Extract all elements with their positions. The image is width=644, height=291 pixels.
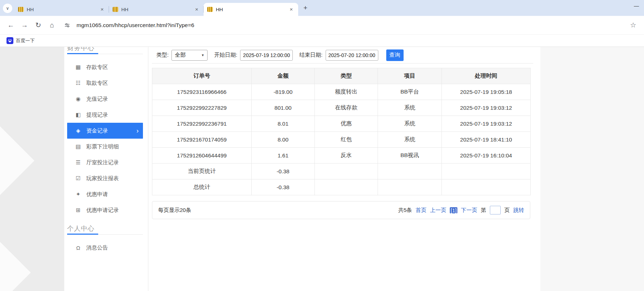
query-button[interactable]: 查询 bbox=[386, 49, 404, 61]
table-cell: 当前页统计 bbox=[152, 164, 252, 179]
table-row: 当前页统计-0.38 bbox=[152, 164, 531, 179]
current-page-indicator: [1] bbox=[450, 207, 457, 213]
table-cell: 2025-07-19 19:03:12 bbox=[442, 100, 531, 116]
jump-label-post: 页 bbox=[504, 207, 510, 214]
home-button[interactable]: ⌂ bbox=[46, 19, 58, 31]
table-cell: 8.01 bbox=[252, 116, 315, 132]
column-header: 类型 bbox=[315, 68, 378, 84]
tab-1[interactable]: HH × bbox=[14, 3, 109, 16]
table-cell: 1752921670174059 bbox=[152, 132, 252, 148]
sidebar-item-hall-bets[interactable]: ☰厅室投注记录 bbox=[67, 155, 143, 170]
site-info-icon[interactable] bbox=[62, 20, 72, 30]
url-address[interactable]: mgm1065.com/hhcp/usercenter.html?iniType… bbox=[77, 22, 194, 29]
sidebar-item-withdraw-zone[interactable]: ☷取款专区 bbox=[67, 75, 143, 91]
table-cell: 系统 bbox=[378, 100, 442, 116]
table-body: 1752923116966466-819.00额度转出BB平台2025-07-1… bbox=[152, 84, 531, 195]
sidebar-item-withdraw-records[interactable]: ◧提现记录 bbox=[67, 107, 143, 123]
table-cell bbox=[442, 179, 531, 195]
tab-title: HH bbox=[121, 7, 191, 12]
start-date-input[interactable] bbox=[240, 50, 293, 61]
site-favicon bbox=[18, 7, 24, 12]
table-cell: BB平台 bbox=[378, 84, 442, 100]
column-header: 订单号 bbox=[152, 68, 252, 84]
prev-page-link[interactable]: 上一页 bbox=[430, 207, 446, 214]
select-arrow-icon: ▼ bbox=[201, 53, 204, 57]
per-page-label: 每页显示20条 bbox=[158, 207, 191, 214]
site-favicon bbox=[113, 7, 118, 12]
forward-button[interactable]: → bbox=[19, 19, 30, 31]
table-cell: -819.00 bbox=[252, 84, 315, 100]
jump-label-pre: 第 bbox=[481, 207, 486, 214]
sidebar: 财务中心▦存款专区☷取款专区◉充值记录◧提现记录◈资金记录›▤彩票下注明细☰厅室… bbox=[64, 47, 148, 291]
webpage: 财务中心▦存款专区☷取款专区◉充值记录◧提现记录◈资金记录›▤彩票下注明细☰厅室… bbox=[0, 47, 644, 291]
table-cell: 系统 bbox=[378, 132, 442, 148]
jump-button[interactable]: 跳转 bbox=[513, 207, 524, 214]
bookmark-label: 百度一下 bbox=[16, 38, 35, 44]
sidebar-item-player-report[interactable]: ☑玩家投注报表 bbox=[67, 170, 143, 186]
page-background-right bbox=[540, 47, 644, 291]
sidebar-item-promo-apply[interactable]: ✦优惠申请 bbox=[67, 186, 143, 202]
main-content: 类型: 全部 ▼ 开始日期: 结束日期: 查询 bbox=[148, 47, 540, 291]
table-header-row: 订单号金额类型项目处理时间 bbox=[152, 68, 531, 84]
tab-title: HH bbox=[27, 7, 96, 12]
table-cell bbox=[442, 164, 531, 179]
table-cell: 在线存款 bbox=[315, 100, 378, 116]
sidebar-item-promo-records[interactable]: ⊞优惠申请记录 bbox=[67, 202, 143, 218]
sidebar-item-lottery-bets[interactable]: ▤彩票下注明细 bbox=[67, 139, 143, 155]
page-background-left bbox=[0, 47, 64, 291]
bookmark-baidu[interactable]: 百度一下 bbox=[4, 36, 37, 45]
navigation-bar: ← → ↻ ⌂ mgm1065.com/hhcp/usercenter.html… bbox=[0, 16, 644, 35]
table-cell bbox=[315, 164, 378, 179]
table-cell: 1752922992227829 bbox=[152, 100, 252, 116]
sidebar-item-deposit-zone[interactable]: ▦存款专区 bbox=[67, 59, 143, 75]
card-icon: ▦ bbox=[75, 64, 81, 70]
table-row: 17529126046444991.61反水BB视讯2025-07-19 16:… bbox=[152, 148, 531, 164]
end-date-input[interactable] bbox=[326, 50, 378, 61]
table-cell: 系统 bbox=[378, 116, 442, 132]
table-cell: 反水 bbox=[315, 148, 378, 164]
section-underline bbox=[67, 234, 98, 235]
chevron-right-icon: › bbox=[136, 127, 143, 135]
tab-close-icon[interactable]: × bbox=[288, 6, 295, 13]
table-row: 1752922992227829801.00在线存款系统2025-07-19 1… bbox=[152, 100, 531, 116]
sidebar-item-fund-records[interactable]: ◈资金记录› bbox=[67, 123, 143, 139]
table-cell bbox=[378, 179, 442, 195]
sidebar-item-messages[interactable]: Ω消息公告 bbox=[67, 240, 143, 256]
table-cell: BB视讯 bbox=[378, 148, 442, 164]
table-cell bbox=[378, 164, 442, 179]
table-cell: -0.38 bbox=[252, 164, 315, 179]
type-select[interactable]: 全部 ▼ bbox=[171, 50, 208, 61]
bookmarks-bar: 百度一下 bbox=[0, 35, 644, 47]
sidebar-item-recharge-records[interactable]: ◉充值记录 bbox=[67, 91, 143, 107]
minimize-button[interactable]: — bbox=[631, 3, 642, 9]
content-wrapper: 财务中心▦存款专区☷取款专区◉充值记录◧提现记录◈资金记录›▤彩票下注明细☰厅室… bbox=[64, 47, 540, 291]
table-row: 总统计-0.38 bbox=[152, 179, 531, 195]
column-header: 处理时间 bbox=[442, 68, 531, 84]
table-cell: 1.61 bbox=[252, 148, 315, 164]
pagination-bar: 每页显示20条 共5条 首页 上一页 [1] 下一页 第 页 跳转 bbox=[152, 201, 530, 219]
funds-icon: ◈ bbox=[75, 127, 81, 134]
bookmark-star-icon[interactable]: ☆ bbox=[627, 19, 639, 31]
filter-bar: 类型: 全部 ▼ 开始日期: 结束日期: 查询 bbox=[152, 47, 533, 64]
tab-close-icon[interactable]: × bbox=[99, 6, 105, 13]
site-favicon bbox=[207, 7, 213, 12]
table-cell bbox=[315, 179, 378, 195]
banknotes-icon: ☷ bbox=[75, 80, 81, 86]
first-page-link[interactable]: 首页 bbox=[415, 207, 426, 214]
page-jump-input[interactable] bbox=[490, 206, 501, 214]
gift-icon: ✦ bbox=[75, 191, 81, 197]
report-icon: ☑ bbox=[75, 175, 81, 182]
total-count: 共5条 bbox=[398, 207, 412, 214]
tab-3-active[interactable]: HH × bbox=[204, 3, 298, 16]
tab-2[interactable]: HH × bbox=[109, 3, 204, 16]
table-cell: 2025-07-19 18:41:10 bbox=[442, 132, 531, 148]
back-button[interactable]: ← bbox=[5, 19, 17, 31]
records-table: 订单号金额类型项目处理时间 1752923116966466-819.00额度转… bbox=[152, 68, 531, 195]
document-icon: ▤ bbox=[75, 143, 81, 150]
new-tab-button[interactable]: + bbox=[300, 3, 310, 13]
reload-button[interactable]: ↻ bbox=[32, 19, 44, 31]
table-cell: -0.38 bbox=[252, 179, 315, 195]
tab-close-icon[interactable]: × bbox=[193, 6, 200, 13]
next-page-link[interactable]: 下一页 bbox=[461, 207, 477, 214]
tab-search-button[interactable]: ∨ bbox=[3, 4, 12, 13]
